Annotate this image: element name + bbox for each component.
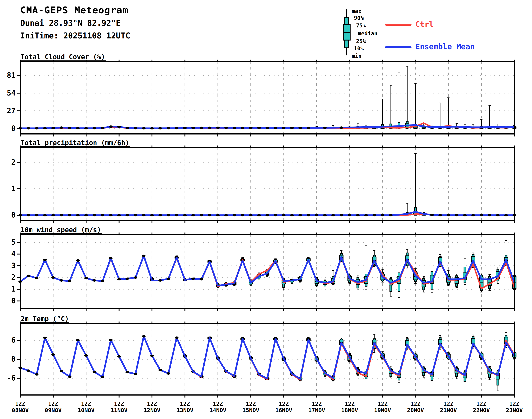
plot-border — [20, 148, 514, 220]
panel-title: 10m wind speed (m/s) — [21, 226, 101, 234]
ensemble-dot — [35, 373, 39, 376]
ensemble-dot — [93, 214, 96, 216]
x-axis-day-label: 23NOV — [506, 407, 523, 413]
ensemble-dot — [290, 127, 294, 129]
x-axis-hour-label: 12Z — [279, 400, 289, 407]
ensemble-dot — [241, 214, 244, 216]
y-tick-label: 3 — [11, 262, 15, 270]
day-ticks — [20, 322, 514, 397]
ensemble-dot — [27, 275, 30, 277]
ensemble-dot — [93, 371, 96, 373]
ensemble-dot — [101, 280, 104, 282]
ensemble-dot — [109, 257, 113, 259]
x-axis-day-label: 08NOV — [12, 407, 28, 413]
ensemble-dot — [51, 214, 55, 216]
panel-temp: -6062m Temp (°C) — [7, 315, 516, 397]
ensemble-dot — [158, 214, 162, 216]
panel-title: Total precipitation (mm/6h) — [21, 139, 129, 147]
gridlines — [20, 148, 514, 220]
y-tick-label: 4 — [11, 250, 15, 258]
x-axis-day-label: 10NOV — [78, 407, 94, 413]
x-axis-day-label: 19NOV — [374, 407, 391, 413]
ensemble-dot — [455, 214, 458, 216]
ensemble-dot — [51, 127, 55, 129]
y-axis: -606 — [7, 336, 20, 382]
ensemble-dot — [191, 214, 195, 216]
ensemble-dot — [249, 127, 253, 129]
ensemble-dot — [93, 127, 96, 130]
panel-cloud: 0275481Total Cloud Cover (%) — [7, 53, 516, 136]
ensemble-dot — [43, 259, 47, 261]
box-whiskers — [315, 66, 516, 129]
ensemble-dot — [298, 127, 302, 129]
ensemble-dot — [76, 127, 80, 130]
x-axis-day-label: 20NOV — [407, 407, 424, 413]
y-tick-label: 1 — [11, 285, 15, 293]
ensemble-dot — [142, 127, 146, 130]
ensemble-dot — [68, 376, 71, 378]
ensemble-dot — [216, 214, 220, 216]
y-axis: 012 — [11, 158, 20, 219]
ensemble-dot — [60, 279, 63, 282]
day-ticks — [20, 145, 514, 223]
ensemble-dot — [480, 214, 483, 216]
x-axis-hour-label: 12Z — [48, 400, 58, 407]
ensemble-dot — [150, 214, 154, 216]
ensemble-dot — [27, 127, 30, 130]
x-axis-labels: 12Z08NOV12Z09NOV12Z10NOV12Z11NOV12Z12NOV… — [12, 400, 523, 413]
x-axis-hour-label: 12Z — [345, 400, 355, 407]
ensemble-dot — [43, 127, 47, 130]
x-axis-hour-label: 12Z — [509, 400, 519, 407]
y-axis: 012345 — [11, 238, 20, 305]
ensemble-dot — [463, 214, 467, 216]
ensemble-dot — [101, 376, 104, 378]
x-axis-day-label: 13NOV — [176, 407, 193, 413]
ensemble-dot — [175, 337, 178, 339]
ensemble-dot — [167, 214, 170, 216]
y-tick-label: 0 — [11, 124, 15, 132]
x-axis-hour-label: 12Z — [246, 400, 256, 407]
ensemble-dot — [266, 214, 269, 216]
box-whiskers — [397, 154, 426, 215]
ensemble-dot — [167, 277, 170, 280]
ensemble-dot — [76, 214, 80, 216]
panel-title: Total Cloud Cover (%) — [21, 53, 105, 61]
ensemble-dot — [282, 214, 285, 216]
x-axis-hour-label: 12Z — [147, 400, 157, 407]
ensemble-dot — [51, 353, 55, 356]
ensemble-dots — [18, 214, 516, 216]
ensemble-dot — [158, 369, 162, 371]
x-axis-hour-label: 12Z — [377, 400, 387, 407]
ensemble-dot — [233, 214, 236, 216]
ensemble-dot — [364, 214, 368, 216]
ensemble-dot — [340, 126, 343, 129]
x-axis-day-label: 21NOV — [440, 407, 457, 413]
ensemble-dot — [125, 277, 129, 280]
ensemble-dot — [109, 339, 113, 341]
ensemble-dot — [68, 214, 71, 216]
ensemble-dot — [504, 214, 508, 216]
plot-border — [20, 324, 514, 395]
box-whiskers — [150, 240, 516, 297]
ensemble-dot — [175, 214, 178, 216]
ensemble-dot — [257, 214, 261, 216]
ensemble-dot — [315, 214, 319, 216]
ensemble-dot — [43, 214, 47, 216]
ensemble-dot — [356, 214, 360, 216]
x-axis-hour-label: 12Z — [213, 400, 223, 407]
ensemble-dot — [134, 276, 137, 279]
ensemble-dot — [134, 127, 137, 130]
x-axis-day-label: 16NOV — [275, 407, 292, 413]
ensemble-dot — [257, 127, 261, 129]
ensemble-dot — [224, 214, 228, 216]
x-axis-hour-label: 12Z — [81, 400, 91, 407]
ensemble-dot — [43, 337, 47, 339]
x-axis-hour-label: 12Z — [312, 400, 322, 407]
ensemble-dot — [84, 214, 88, 216]
ensemble-dot — [101, 214, 104, 216]
x-axis-day-label: 14NOV — [210, 407, 226, 413]
ensemble-dot — [266, 127, 269, 129]
ensemble-dot — [216, 127, 220, 129]
ensemble-dot — [200, 127, 203, 129]
ensemble-dot — [183, 214, 187, 216]
